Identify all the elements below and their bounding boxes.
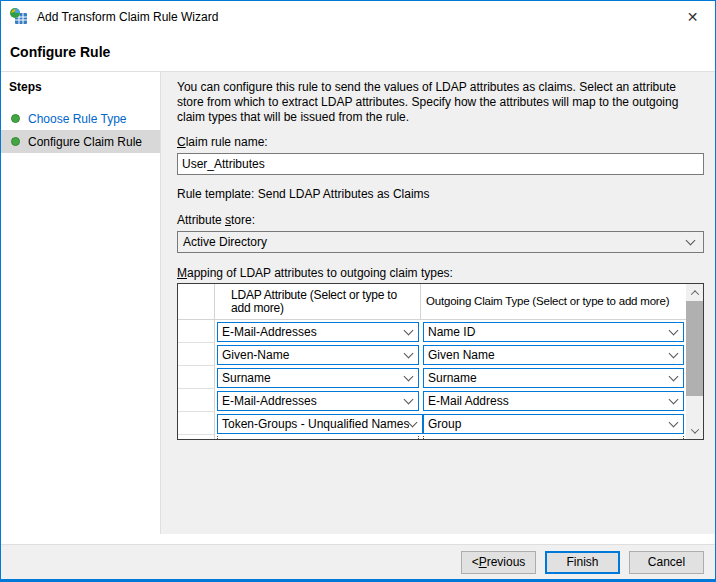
outgoing-claim-value: Surname [428, 371, 670, 385]
outgoing-claim-select[interactable]: Given Name [423, 345, 684, 365]
cancel-button[interactable]: Cancel [629, 551, 704, 574]
ldap-attribute-value: Token-Groups - Unqualified Names [222, 417, 409, 431]
new-row-placeholder [178, 435, 686, 439]
ldap-attribute-select[interactable]: Surname [217, 368, 419, 388]
content-area: Steps Choose Rule Type Configure Claim R… [1, 71, 715, 534]
attribute-store-label: Attribute store: [177, 213, 704, 228]
ldap-attribute-select[interactable]: E-Mail-Addresses [217, 391, 419, 411]
label-rest: laim rule name: [186, 135, 268, 149]
ldap-attribute-cell: E-Mail-Addresses [215, 320, 421, 343]
green-dot-icon [11, 114, 20, 123]
step-label: Configure Claim Rule [28, 135, 142, 149]
ldap-attribute-cell [215, 435, 421, 439]
new-row-cell[interactable] [423, 435, 684, 439]
label-rest: tore: [231, 213, 255, 227]
steps-heading: Steps [1, 80, 160, 94]
row-header-cell[interactable] [178, 343, 215, 366]
chevron-down-icon [669, 394, 679, 404]
outgoing-claim-type-column-header: Outgoing Claim Type (Select or type to a… [421, 284, 686, 320]
outgoing-claim-cell: E-Mail Address [421, 389, 686, 412]
footer-button-bar: < Previous Finish Cancel [1, 544, 715, 579]
ldap-attribute-select[interactable]: Given-Name [217, 345, 419, 365]
scroll-up-icon[interactable] [686, 284, 703, 301]
row-header-cell [178, 284, 215, 320]
chevron-down-icon [669, 325, 679, 335]
ldap-attribute-cell: Surname [215, 366, 421, 389]
rule-template-text: Rule template: Send LDAP Attributes as C… [177, 187, 704, 202]
ldap-attribute-column-header: LDAP Attribute (Select or type to add mo… [215, 284, 421, 320]
outgoing-claim-select[interactable]: Surname [423, 368, 684, 388]
claim-rule-name-label: Claim rule name: [177, 135, 704, 150]
scroll-down-icon[interactable] [686, 422, 703, 439]
outgoing-claim-cell: Name ID [421, 320, 686, 343]
chevron-down-icon [404, 325, 414, 335]
chevron-down-icon [408, 417, 418, 427]
sidebar-item-configure-claim-rule[interactable]: Configure Claim Rule [1, 130, 160, 153]
title-bar: Add Transform Claim Rule Wizard ✕ [1, 1, 715, 33]
green-dot-icon [11, 137, 20, 146]
page-header: Configure Rule [1, 33, 715, 71]
ldap-attribute-cell: Token-Groups - Unqualified Names [215, 412, 421, 435]
claim-rule-name-input[interactable] [177, 153, 704, 175]
main-panel: You can configure this rule to send the … [161, 72, 715, 534]
outgoing-claim-select[interactable]: Group [423, 414, 684, 434]
wizard-app-icon [9, 7, 29, 27]
chevron-down-icon [669, 371, 679, 381]
mapping-table-columns: LDAP Attribute (Select or type to add mo… [178, 284, 686, 439]
table-row: Given-Name Given Name [178, 343, 686, 366]
wizard-window: Add Transform Claim Rule Wizard ✕ Config… [0, 0, 716, 582]
chevron-down-icon [669, 348, 679, 358]
attribute-store-value: Active Directory [183, 235, 687, 249]
row-header-cell[interactable] [178, 412, 215, 435]
finish-button[interactable]: Finish [545, 551, 620, 574]
table-scrollbar[interactable] [686, 284, 703, 439]
previous-button[interactable]: < Previous [461, 551, 536, 574]
chevron-down-icon [669, 417, 679, 427]
ldap-attribute-value: Given-Name [222, 348, 405, 362]
chevron-down-icon [404, 371, 414, 381]
ldap-attribute-value: Surname [222, 371, 405, 385]
outgoing-claim-cell: Surname [421, 366, 686, 389]
outgoing-claim-cell [421, 435, 686, 439]
mapping-table: LDAP Attribute (Select or type to add mo… [177, 283, 704, 440]
label-pre: < [472, 555, 479, 569]
outgoing-claim-select[interactable]: E-Mail Address [423, 391, 684, 411]
steps-sidebar: Steps Choose Rule Type Configure Claim R… [1, 72, 161, 534]
rule-description: You can configure this rule to send the … [177, 80, 704, 125]
chevron-down-icon [686, 236, 696, 246]
row-header-cell[interactable] [178, 366, 215, 389]
outgoing-claim-value: E-Mail Address [428, 394, 670, 408]
outgoing-claim-select[interactable]: Name ID [423, 322, 684, 342]
accel-letter: P [479, 555, 487, 569]
sidebar-item-choose-rule-type[interactable]: Choose Rule Type [1, 107, 160, 130]
footer-divider [1, 534, 715, 544]
table-row: Token-Groups - Unqualified Names Group [178, 412, 686, 435]
label-rest: apping of LDAP attributes to outgoing cl… [187, 266, 453, 280]
outgoing-claim-cell: Group [421, 412, 686, 435]
chevron-down-icon [404, 348, 414, 358]
ldap-attribute-select[interactable]: Token-Groups - Unqualified Names [217, 414, 423, 434]
row-header-cell [178, 435, 215, 439]
page-title: Configure Rule [10, 44, 110, 60]
outgoing-claim-cell: Given Name [421, 343, 686, 366]
row-header-cell[interactable] [178, 389, 215, 412]
outgoing-claim-value: Name ID [428, 325, 670, 339]
mapping-label: Mapping of LDAP attributes to outgoing c… [177, 266, 704, 281]
step-label[interactable]: Choose Rule Type [28, 112, 127, 126]
table-row: E-Mail-Addresses Name ID [178, 320, 686, 343]
outgoing-claim-value: Group [428, 417, 670, 431]
scrollbar-thumb[interactable] [686, 301, 703, 396]
accel-letter: M [177, 266, 187, 280]
ldap-attribute-select[interactable]: E-Mail-Addresses [217, 322, 419, 342]
attribute-store-select[interactable]: Active Directory [177, 231, 704, 253]
close-icon[interactable]: ✕ [670, 1, 715, 33]
accel-letter: C [177, 135, 186, 149]
row-header-cell[interactable] [178, 320, 215, 343]
new-row-cell[interactable] [217, 435, 419, 439]
table-row: E-Mail-Addresses E-Mail Address [178, 389, 686, 412]
ldap-attribute-cell: E-Mail-Addresses [215, 389, 421, 412]
window-title: Add Transform Claim Rule Wizard [37, 10, 218, 24]
outgoing-claim-value: Given Name [428, 348, 670, 362]
ldap-attribute-cell: Given-Name [215, 343, 421, 366]
label-pre: Attribute [177, 213, 225, 227]
